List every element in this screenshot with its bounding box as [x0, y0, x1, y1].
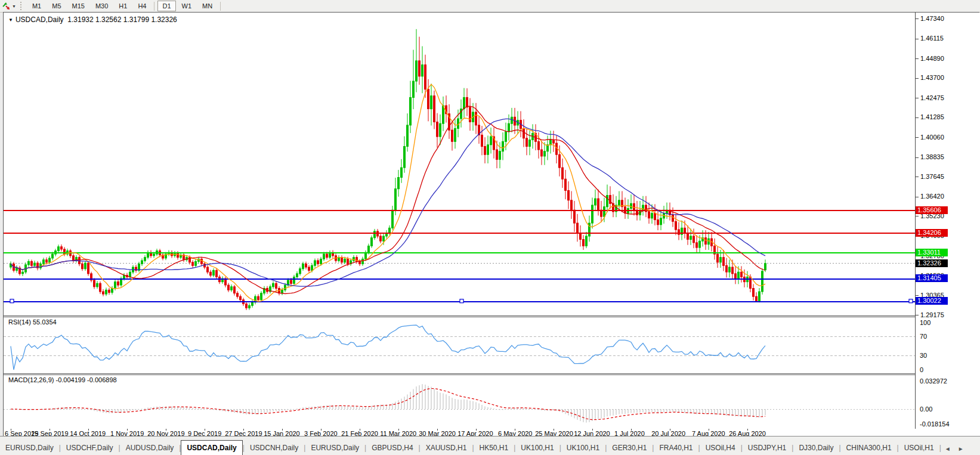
chart-tab-fra40-h1-12[interactable]: FRA40,H1: [654, 441, 698, 455]
price-tick-label: 1.43700: [920, 74, 944, 82]
chart-tab-hk50-h1-8[interactable]: HK50,H1: [474, 441, 514, 455]
toolbar-grip: [20, 2, 23, 10]
chart-tab-usoil-h4-13[interactable]: USOil,H4: [700, 441, 741, 455]
chart-window: ▼USDCAD,Daily 1.31932 1.32562 1.31799 1.…: [3, 12, 979, 436]
price-tick-label: 1.29175: [920, 311, 944, 319]
price-axis[interactable]: 1.473401.461151.448901.437001.424751.412…: [915, 13, 980, 429]
chart-tools-button[interactable]: ▼: [0, 1, 18, 11]
price-tick: [916, 39, 919, 39]
macd-axis-label: -0.018154: [920, 420, 950, 428]
price-tick: [916, 295, 919, 296]
chart-tab-xauusd-h1-7[interactable]: XAUUSD,H1: [421, 441, 472, 455]
timeframe-button-h1[interactable]: H1: [114, 1, 132, 11]
chart-tab-china300-h1-16[interactable]: CHINA300,H1: [841, 441, 897, 455]
tab-scroll-right-button[interactable]: ►: [954, 445, 967, 455]
chart-title-symbol: USDCAD,Daily: [16, 16, 64, 24]
top-toolbar: ▼ M1M5M15M30H1H4D1W1MN: [0, 0, 980, 13]
chart-title-ohlc: 1.31932 1.32562 1.31799 1.32326: [67, 16, 177, 24]
chart-tab-usdchf-daily-1[interactable]: USDCHF,Daily: [61, 441, 119, 455]
macd-axis-label: 0.032972: [920, 377, 947, 385]
tab-scroll-left-button[interactable]: ◄: [941, 445, 954, 455]
current-price-badge: 1.32326: [916, 259, 948, 267]
chart-tab-ger30-h1-11[interactable]: GER30,H1: [607, 441, 652, 455]
rsi-axis-label: 70: [920, 333, 927, 341]
price-tick-label: 1.42475: [920, 94, 944, 102]
timeframe-button-mn[interactable]: MN: [197, 1, 217, 11]
price-tick: [916, 157, 919, 158]
chart-tab-uk100-h1-9[interactable]: UK100,H1: [515, 441, 559, 455]
macd-label: MACD(12,26,9) -0.004199 -0.006898: [8, 376, 117, 383]
main-chart-panel[interactable]: [4, 14, 915, 316]
price-tick-label: 1.38835: [920, 153, 944, 161]
price-tick: [916, 58, 919, 59]
price-level-badge: 1.34206: [916, 229, 948, 237]
timeframe-button-m30[interactable]: M30: [91, 1, 113, 11]
chart-tab-uk100-h1-10[interactable]: UK100,H1: [561, 441, 605, 455]
rsi-label: RSI(14) 55.0354: [8, 318, 57, 326]
rsi-axis-label: 30: [920, 352, 927, 360]
price-tick-label: 1.46115: [920, 35, 944, 42]
timeframe-button-d1[interactable]: D1: [157, 1, 175, 11]
rsi-panel[interactable]: [4, 317, 915, 373]
chart-tab-bar: EURUSD,Daily|USDCHF,Daily|AUDUSD,Daily|U…: [0, 436, 980, 455]
chart-tab-eurusd-daily-0[interactable]: EURUSD,Daily: [0, 441, 59, 455]
price-tick: [916, 117, 919, 118]
timeframe-button-m5[interactable]: M5: [47, 1, 66, 11]
chart-tab-usdcnh-daily-4[interactable]: USDCNH,Daily: [245, 441, 304, 455]
price-tick: [916, 137, 919, 138]
price-tick: [916, 197, 919, 197]
rsi-axis-label: 0: [920, 366, 923, 374]
chart-tab-gbpusd-h4-6[interactable]: GBPUSD,H4: [366, 441, 418, 455]
price-tick: [916, 78, 919, 79]
price-tick-label: 1.40060: [920, 134, 944, 141]
chart-title: ▼USDCAD,Daily 1.31932 1.32562 1.31799 1.…: [8, 16, 177, 24]
rsi-axis-label: 100: [920, 319, 930, 327]
price-tick: [916, 18, 919, 19]
chart-arrows-icon: [2, 2, 11, 10]
chart-tab-audusd-daily-2[interactable]: AUDUSD,Daily: [120, 441, 180, 455]
macd-axis-label: 0.00: [920, 406, 932, 413]
chart-tab-dj30-daily-15[interactable]: DJ30,Daily: [793, 441, 839, 455]
price-tick: [916, 98, 919, 98]
timeframe-button-w1[interactable]: W1: [177, 1, 197, 11]
price-tick-label: 1.41285: [920, 113, 944, 121]
timeframe-button-m1[interactable]: M1: [27, 1, 46, 11]
chart-tab-usoil-h1-17[interactable]: USOil,H1: [899, 441, 939, 455]
price-tick-label: 1.36420: [920, 193, 944, 200]
price-tick: [916, 315, 919, 315]
chart-tab-eurusd-daily-5[interactable]: EURUSD,Daily: [305, 441, 364, 455]
dropdown-caret-icon: ▼: [12, 4, 16, 8]
chart-menu-caret-icon[interactable]: ▼: [8, 17, 13, 23]
price-level-badge: 1.33011: [916, 249, 948, 256]
price-level-badge: 1.30022: [916, 297, 948, 305]
timeframe-button-h4[interactable]: H4: [133, 1, 151, 11]
chart-tab-usdcad-daily-3[interactable]: USDCAD,Daily: [181, 440, 242, 455]
price-level-badge: 1.31405: [916, 274, 948, 282]
price-tick-label: 1.37645: [920, 173, 944, 181]
price-tick-label: 1.44890: [920, 55, 944, 63]
price-tick: [916, 177, 919, 177]
price-level-badge: 1.35606: [916, 206, 948, 214]
timeframe-button-m15[interactable]: M15: [67, 1, 89, 11]
price-tick-label: 1.47340: [920, 15, 944, 23]
price-tick: [916, 216, 919, 216]
chart-tab-usdjpy-h1-14[interactable]: USDJPY,H1: [743, 441, 792, 455]
macd-panel[interactable]: [4, 375, 915, 429]
